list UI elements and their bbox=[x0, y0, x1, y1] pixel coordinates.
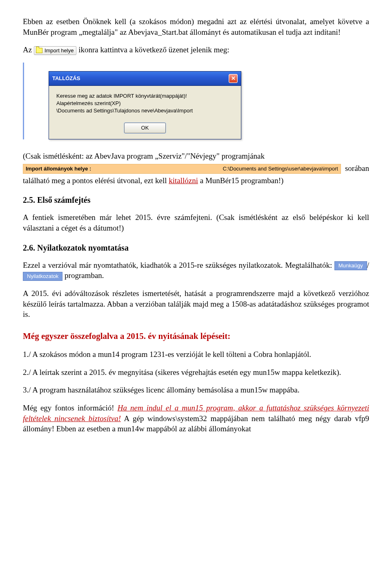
soraban-text: sorában bbox=[345, 163, 369, 174]
step-3: 3./ A program használatához szükséges li… bbox=[23, 385, 369, 395]
dialog-titlebar: TALLÓZÁS ✕ bbox=[49, 72, 241, 86]
import-path-bar: Import állományok helye : C:\Documents a… bbox=[23, 164, 341, 174]
heading-summary: Még egyszer összefoglalva a 2015. év nyi… bbox=[23, 330, 369, 342]
paragraph-2-6-b: A 2015. évi adóváltozások részletes isme… bbox=[23, 288, 369, 320]
step-1: 1./ A szokásos módon a mun14 program 123… bbox=[23, 349, 369, 360]
p26a-text: Ezzel a verzióval már nyomtathatók, kiad… bbox=[23, 261, 334, 269]
dialog-body: Keresse meg az adatok IMPORT könyvtárát(… bbox=[49, 86, 241, 121]
dialog-button-row: OK bbox=[49, 121, 241, 139]
az-suffix: ikonra kattintva a következő üzenet jele… bbox=[78, 45, 229, 54]
az-prefix: Az bbox=[23, 45, 32, 54]
close-icon[interactable]: ✕ bbox=[229, 74, 238, 83]
paragraph-2-6-a: Ezzel a verzióval már nyomtathatók, kiad… bbox=[23, 260, 369, 281]
after-dialog-pre: (Csak ismétlésként: az AbevJava program … bbox=[23, 151, 369, 161]
import-helye-label: Import helye bbox=[45, 47, 74, 54]
after-dialog-line2b: a MunBér15 programban!) bbox=[198, 176, 283, 185]
dialog-left-edge: TALLÓZÁS ✕ Keresse meg az adatok IMPORT … bbox=[23, 63, 369, 139]
heading-2-6: 2.6. Nyilatkozatok nyomtatása bbox=[23, 242, 369, 253]
paragraph-2-5: A fentiek ismeretében már lehet 2015. év… bbox=[23, 212, 369, 233]
slash-text: / bbox=[367, 261, 369, 269]
intro-paragraph: Ebben az esetben Önöknek kell (a szokáso… bbox=[23, 16, 369, 37]
p26b-text: programban. bbox=[62, 271, 104, 280]
kitallozni-text: kitallózni bbox=[169, 176, 198, 185]
step-2: 2./ A leírtak szerint a 2015. év megnyit… bbox=[23, 367, 369, 378]
after-dialog-line2a: található meg a pontos elérési útvonal, … bbox=[23, 176, 169, 185]
last-pre: Még egy fontos információ! bbox=[23, 404, 118, 412]
import-path-value: C:\Documents and Settings\user\abevjava\… bbox=[223, 166, 338, 172]
dialog-title: TALLÓZÁS bbox=[52, 75, 80, 82]
dialog-line1: Keresse meg az adatok IMPORT könyvtárát(… bbox=[56, 92, 234, 100]
menu-chip-munkaugy[interactable]: Munkaügy bbox=[334, 261, 367, 270]
folder-icon bbox=[36, 48, 42, 53]
dialog-line2: Alapértelmezés szerint(XP) bbox=[56, 100, 234, 107]
menu-chip-nyilatkozatok[interactable]: Nyilatkozatok bbox=[23, 272, 62, 281]
import-path-label: Import állományok helye : bbox=[26, 166, 91, 172]
dialog-line3: \Documents ad Settings\Tulajdonos neve\A… bbox=[56, 107, 234, 114]
after-dialog-block: (Csak ismétlésként: az AbevJava program … bbox=[23, 151, 369, 186]
last-paragraph: Még egy fontos információ! Ha nem indul … bbox=[23, 403, 369, 434]
import-helye-button[interactable]: Import helye bbox=[34, 46, 77, 55]
heading-2-5: 2.5. Első számfejtés bbox=[23, 195, 369, 206]
icon-line: Az Import helye ikonra kattintva a követ… bbox=[23, 45, 369, 55]
tallozas-dialog: TALLÓZÁS ✕ Keresse meg az adatok IMPORT … bbox=[49, 71, 241, 139]
ok-button[interactable]: OK bbox=[124, 123, 166, 133]
